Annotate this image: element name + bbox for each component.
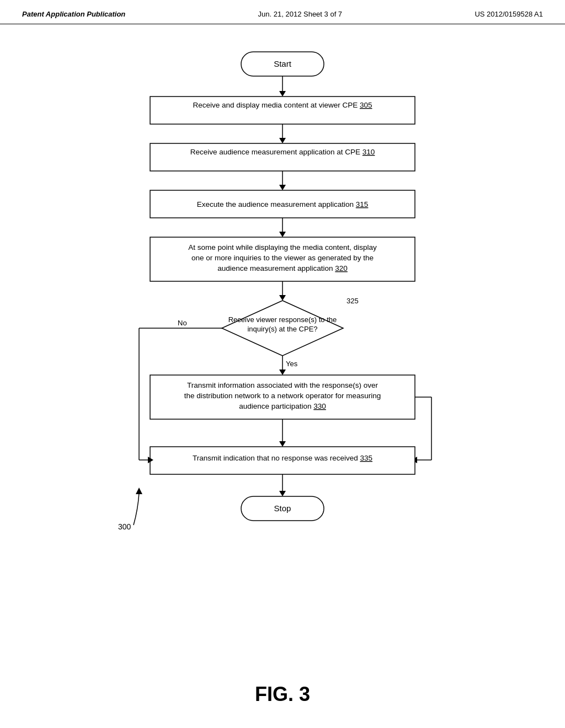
main-content: Start Receive and display media content … — [0, 24, 565, 722]
svg-marker-14 — [279, 232, 286, 237]
svg-marker-46 — [279, 491, 286, 496]
svg-text:audience participation 330: audience participation 330 — [239, 402, 326, 410]
svg-text:No: No — [178, 319, 187, 327]
svg-text:Yes: Yes — [286, 360, 298, 368]
svg-marker-50 — [136, 488, 142, 494]
svg-marker-28 — [279, 370, 286, 375]
start-text: Start — [274, 59, 292, 68]
svg-marker-2 — [279, 91, 286, 97]
svg-text:Stop: Stop — [274, 504, 291, 513]
publication-label: Patent Application Publication — [22, 10, 125, 18]
svg-text:Transmit indication that no re: Transmit indication that no response was… — [193, 454, 372, 462]
svg-text:325: 325 — [347, 297, 359, 305]
figure-caption: FIG. 3 — [255, 683, 310, 706]
svg-text:Execute the audience measureme: Execute the audience measurement applica… — [197, 200, 369, 208]
svg-text:300: 300 — [118, 522, 131, 531]
svg-text:inquiry(s) at the CPE?: inquiry(s) at the CPE? — [247, 325, 317, 333]
date-sheet-label: Jun. 21, 2012 Sheet 3 of 7 — [258, 10, 343, 18]
svg-text:audience measurement applicati: audience measurement application 320 — [217, 264, 348, 272]
svg-text:At some point while displaying: At some point while displaying the media… — [188, 243, 377, 251]
svg-text:Receive and display media cont: Receive and display media content at vie… — [193, 101, 372, 109]
svg-marker-38 — [279, 441, 286, 447]
svg-text:Receive viewer response(s) to : Receive viewer response(s) to the — [228, 315, 337, 324]
svg-text:Receive audience measurement a: Receive audience measurement application… — [190, 148, 375, 156]
page-header: Patent Application Publication Jun. 21, … — [0, 0, 565, 24]
flowchart-svg: Start Receive and display media content … — [89, 41, 476, 659]
svg-marker-20 — [279, 295, 286, 301]
svg-text:the distribution network to a : the distribution network to a network op… — [184, 392, 381, 400]
svg-marker-10 — [279, 185, 286, 190]
svg-text:Transmit information associate: Transmit information associated with the… — [187, 381, 379, 389]
patent-number-label: US 2012/0159528 A1 — [475, 10, 543, 18]
svg-text:one or more inquiries to the v: one or more inquiries to the viewer as g… — [191, 254, 374, 262]
svg-marker-6 — [279, 138, 286, 143]
